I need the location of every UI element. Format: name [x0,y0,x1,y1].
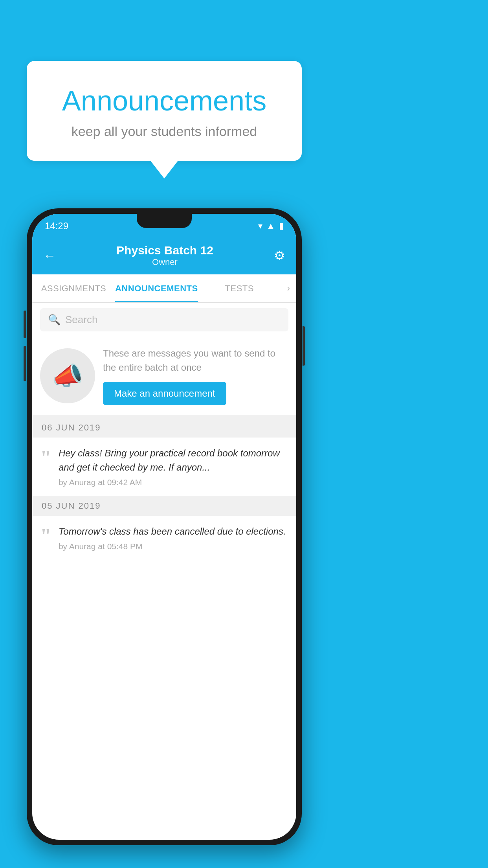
speech-bubble-container: Announcements keep all your students inf… [27,61,302,178]
search-bar[interactable]: 🔍 Search [40,308,288,331]
phone-wrapper: 14:29 ▾ ▲ ▮ ← Physics Batch 12 Owner ⚙ [27,208,302,845]
date-separator-1: 06 JUN 2019 [32,418,296,438]
promo-section: 📣 These are messages you want to send to… [32,337,296,418]
power-button [303,326,305,366]
announcement-item-1[interactable]: " Hey class! Bring your practical record… [32,438,296,496]
speech-bubble: Announcements keep all your students inf… [27,61,302,161]
announcement-content-2: Tomorrow's class has been cancelled due … [59,524,288,551]
wifi-icon: ▾ [258,221,262,231]
volume-down-button [24,346,26,381]
announcement-text-1: Hey class! Bring your practical record b… [59,446,288,474]
announcement-author-1: by Anurag at 09:42 AM [59,478,288,487]
header-center: Physics Batch 12 Owner [56,244,274,267]
promo-content: These are messages you want to send to t… [103,346,288,405]
search-container: 🔍 Search [32,303,296,337]
announcement-content-1: Hey class! Bring your practical record b… [59,446,288,487]
announcement-item-2[interactable]: " Tomorrow's class has been cancelled du… [32,516,296,560]
tabs-container: ASSIGNMENTS ANNOUNCEMENTS TESTS › [32,274,296,303]
promo-icon-circle: 📣 [40,348,95,403]
phone-notch [137,214,192,228]
tab-more[interactable]: › [281,274,296,302]
tab-assignments[interactable]: ASSIGNMENTS [32,274,115,302]
back-button[interactable]: ← [43,248,56,263]
app-header: ← Physics Batch 12 Owner ⚙ [32,238,296,274]
search-icon: 🔍 [48,314,61,326]
header-title: Physics Batch 12 [56,244,274,257]
settings-icon[interactable]: ⚙ [274,248,285,263]
tab-tests[interactable]: TESTS [198,274,281,302]
promo-description: These are messages you want to send to t… [103,346,288,375]
phone-screen: 14:29 ▾ ▲ ▮ ← Physics Batch 12 Owner ⚙ [32,214,296,840]
phone-outer: 14:29 ▾ ▲ ▮ ← Physics Batch 12 Owner ⚙ [27,208,302,845]
quote-icon-1: " [40,448,51,468]
speech-bubble-title: Announcements [46,85,282,117]
date-separator-2: 05 JUN 2019 [32,496,296,516]
quote-icon-2: " [40,526,51,546]
speech-bubble-subtitle: keep all your students informed [46,124,282,139]
search-placeholder: Search [65,314,97,326]
megaphone-icon: 📣 [52,361,83,391]
status-icons: ▾ ▲ ▮ [258,221,284,231]
signal-icon: ▲ [266,221,275,231]
announcement-author-2: by Anurag at 05:48 PM [59,542,288,551]
speech-bubble-arrow [150,161,178,178]
status-time: 14:29 [45,221,68,232]
make-announcement-button[interactable]: Make an announcement [103,382,226,405]
volume-up-button [24,311,26,338]
tab-announcements[interactable]: ANNOUNCEMENTS [115,274,198,302]
announcement-text-2: Tomorrow's class has been cancelled due … [59,524,288,539]
battery-icon: ▮ [279,221,284,231]
header-subtitle: Owner [56,257,274,267]
